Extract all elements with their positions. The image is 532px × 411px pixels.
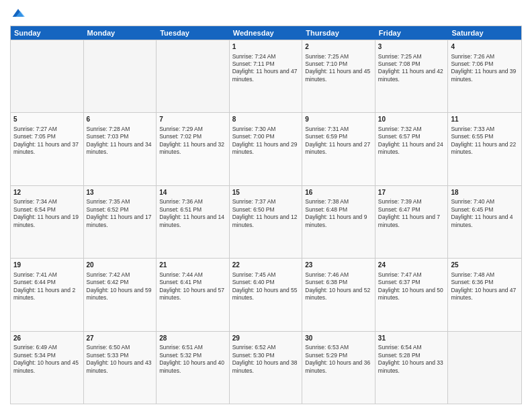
day-info: Sunrise: 7:29 AM Sunset: 7:02 PM Dayligh… [159,126,226,156]
day-number: 16 [305,188,372,197]
day-info: Sunrise: 7:46 AM Sunset: 6:38 PM Dayligh… [305,271,372,302]
calendar-cell-28: 28Sunrise: 6:51 AM Sunset: 5:32 PM Dayli… [157,332,230,404]
day-info: Sunrise: 7:25 AM Sunset: 7:10 PM Dayligh… [305,53,372,84]
day-info: Sunrise: 7:32 AM Sunset: 6:57 PM Dayligh… [378,126,445,156]
day-info: Sunrise: 7:37 AM Sunset: 6:50 PM Dayligh… [232,198,300,229]
calendar-cell-20: 20Sunrise: 7:42 AM Sunset: 6:42 PM Dayli… [84,259,157,330]
day-info: Sunrise: 7:36 AM Sunset: 6:51 PM Dayligh… [159,198,226,229]
calendar-cell-7: 7Sunrise: 7:29 AM Sunset: 7:02 PM Daylig… [157,113,230,185]
calendar-cell-6: 6Sunrise: 7:28 AM Sunset: 7:03 PM Daylig… [84,113,157,185]
calendar-cell-29: 29Sunrise: 6:52 AM Sunset: 5:30 PM Dayli… [230,332,303,404]
calendar-cell-17: 17Sunrise: 7:39 AM Sunset: 6:47 PM Dayli… [375,186,449,258]
calendar-cell-25: 25Sunrise: 7:48 AM Sunset: 6:36 PM Dayli… [448,259,521,330]
weekday-header-friday: Friday [375,26,449,40]
calendar-cell-16: 16Sunrise: 7:38 AM Sunset: 6:48 PM Dayli… [302,186,375,258]
day-info: Sunrise: 6:51 AM Sunset: 5:32 PM Dayligh… [159,344,226,375]
day-info: Sunrise: 7:34 AM Sunset: 6:54 PM Dayligh… [13,198,81,229]
calendar-cell-11: 11Sunrise: 7:33 AM Sunset: 6:55 PM Dayli… [448,113,521,185]
calendar-cell-3: 3Sunrise: 7:25 AM Sunset: 7:08 PM Daylig… [375,40,449,112]
day-info: Sunrise: 7:31 AM Sunset: 6:59 PM Dayligh… [305,126,372,156]
day-number: 3 [378,42,445,52]
calendar-cell-22: 22Sunrise: 7:45 AM Sunset: 6:40 PM Dayli… [230,259,303,330]
calendar-cell-14: 14Sunrise: 7:36 AM Sunset: 6:51 PM Dayli… [157,186,230,258]
calendar-row-0: 1Sunrise: 7:24 AM Sunset: 7:11 PM Daylig… [11,40,521,112]
calendar-cell-19: 19Sunrise: 7:41 AM Sunset: 6:44 PM Dayli… [11,259,84,330]
day-info: Sunrise: 7:26 AM Sunset: 7:06 PM Dayligh… [451,53,519,84]
calendar-cell-empty [448,332,521,404]
day-number: 27 [87,334,154,343]
day-info: Sunrise: 7:25 AM Sunset: 7:08 PM Dayligh… [378,53,445,84]
day-number: 12 [13,188,81,197]
day-info: Sunrise: 7:28 AM Sunset: 7:03 PM Dayligh… [87,126,154,156]
calendar-row-2: 12Sunrise: 7:34 AM Sunset: 6:54 PM Dayli… [11,185,521,258]
day-number: 22 [232,261,300,270]
calendar-cell-31: 31Sunrise: 6:54 AM Sunset: 5:28 PM Dayli… [375,332,449,404]
day-number: 15 [232,188,300,197]
day-number: 29 [232,334,300,343]
weekday-header-wednesday: Wednesday [230,26,303,40]
weekday-header-thursday: Thursday [302,26,375,40]
day-number: 25 [451,261,519,270]
day-number: 5 [13,115,81,124]
logo [10,7,25,20]
day-info: Sunrise: 7:40 AM Sunset: 6:45 PM Dayligh… [451,198,519,229]
day-number: 30 [305,334,372,343]
header [10,7,522,20]
calendar-cell-23: 23Sunrise: 7:46 AM Sunset: 6:38 PM Dayli… [302,259,375,330]
calendar-cell-26: 26Sunrise: 6:49 AM Sunset: 5:34 PM Dayli… [11,332,84,404]
calendar-row-1: 5Sunrise: 7:27 AM Sunset: 7:05 PM Daylig… [11,112,521,185]
calendar-body: 1Sunrise: 7:24 AM Sunset: 7:11 PM Daylig… [11,40,521,404]
calendar-cell-15: 15Sunrise: 7:37 AM Sunset: 6:50 PM Dayli… [230,186,303,258]
day-number: 8 [232,115,300,124]
day-info: Sunrise: 7:44 AM Sunset: 6:41 PM Dayligh… [159,271,226,302]
day-info: Sunrise: 7:33 AM Sunset: 6:55 PM Dayligh… [451,126,519,156]
calendar-row-3: 19Sunrise: 7:41 AM Sunset: 6:44 PM Dayli… [11,258,521,330]
calendar-cell-empty [157,40,230,112]
calendar-cell-10: 10Sunrise: 7:32 AM Sunset: 6:57 PM Dayli… [375,113,449,185]
day-number: 1 [232,42,300,52]
calendar-cell-9: 9Sunrise: 7:31 AM Sunset: 6:59 PM Daylig… [302,113,375,185]
calendar-cell-4: 4Sunrise: 7:26 AM Sunset: 7:06 PM Daylig… [448,40,521,112]
day-info: Sunrise: 7:39 AM Sunset: 6:47 PM Dayligh… [378,198,445,229]
calendar-cell-empty [84,40,157,112]
calendar-cell-2: 2Sunrise: 7:25 AM Sunset: 7:10 PM Daylig… [302,40,375,112]
day-number: 2 [305,42,372,52]
calendar-cell-21: 21Sunrise: 7:44 AM Sunset: 6:41 PM Dayli… [157,259,230,330]
weekday-header-saturday: Saturday [448,26,521,40]
day-number: 11 [451,115,519,124]
day-number: 19 [13,261,81,270]
calendar-cell-8: 8Sunrise: 7:30 AM Sunset: 7:00 PM Daylig… [230,113,303,185]
weekday-header-sunday: Sunday [11,26,84,40]
day-info: Sunrise: 6:53 AM Sunset: 5:29 PM Dayligh… [305,344,372,375]
day-number: 4 [451,42,519,52]
day-info: Sunrise: 7:30 AM Sunset: 7:00 PM Dayligh… [232,126,300,156]
calendar-cell-30: 30Sunrise: 6:53 AM Sunset: 5:29 PM Dayli… [302,332,375,404]
weekday-header-monday: Monday [84,26,157,40]
day-info: Sunrise: 7:45 AM Sunset: 6:40 PM Dayligh… [232,271,300,302]
day-info: Sunrise: 7:27 AM Sunset: 7:05 PM Dayligh… [13,126,81,156]
day-info: Sunrise: 6:50 AM Sunset: 5:33 PM Dayligh… [87,344,154,375]
calendar-cell-13: 13Sunrise: 7:35 AM Sunset: 6:52 PM Dayli… [84,186,157,258]
calendar-cell-1: 1Sunrise: 7:24 AM Sunset: 7:11 PM Daylig… [230,40,303,112]
logo-icon [11,7,25,20]
day-number: 9 [305,115,372,124]
weekday-header-tuesday: Tuesday [157,26,230,40]
day-number: 18 [451,188,519,197]
day-info: Sunrise: 6:54 AM Sunset: 5:28 PM Dayligh… [378,344,445,375]
calendar-cell-27: 27Sunrise: 6:50 AM Sunset: 5:33 PM Dayli… [84,332,157,404]
day-info: Sunrise: 7:41 AM Sunset: 6:44 PM Dayligh… [13,271,81,302]
day-number: 7 [159,115,226,124]
day-number: 24 [378,261,445,270]
day-number: 28 [159,334,226,343]
day-number: 21 [159,261,226,270]
day-number: 14 [159,188,226,197]
day-number: 10 [378,115,445,124]
day-number: 26 [13,334,81,343]
calendar-cell-12: 12Sunrise: 7:34 AM Sunset: 6:54 PM Dayli… [11,186,84,258]
day-number: 17 [378,188,445,197]
calendar-cell-5: 5Sunrise: 7:27 AM Sunset: 7:05 PM Daylig… [11,113,84,185]
day-info: Sunrise: 6:49 AM Sunset: 5:34 PM Dayligh… [13,344,81,375]
calendar-header: SundayMondayTuesdayWednesdayThursdayFrid… [11,26,521,40]
day-number: 6 [87,115,154,124]
calendar: SundayMondayTuesdayWednesdayThursdayFrid… [10,26,522,404]
